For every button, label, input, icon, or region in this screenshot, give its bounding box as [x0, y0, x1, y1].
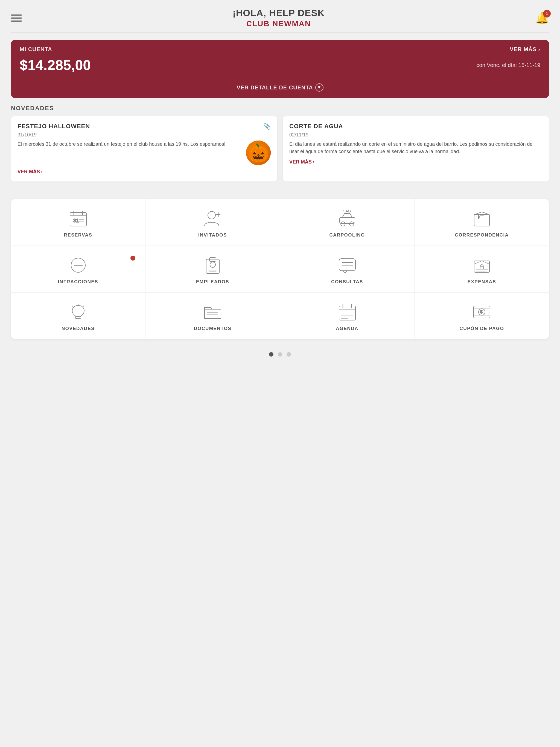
chevron-right-icon-news2: ›	[313, 159, 314, 165]
calendar2-icon	[336, 302, 358, 321]
chevron-right-icon: ›	[538, 46, 540, 52]
svg-rect-37	[75, 316, 81, 318]
news-date-1: 02/11/19	[289, 132, 542, 138]
svg-point-12	[341, 222, 345, 226]
lightbulb-icon	[67, 302, 89, 321]
minus-circle-icon	[67, 256, 89, 275]
bill-dollar-icon: $	[471, 302, 493, 321]
account-card: MI CUENTA VER MÁS › $14.285,00 con Venc.…	[11, 40, 549, 98]
news-text-0: El miercoles 31 de octubre se realizará …	[18, 140, 242, 148]
grid-item-empleados[interactable]: EMPLEADOS	[146, 246, 280, 292]
svg-rect-21	[480, 216, 484, 218]
account-label: MI CUENTA	[20, 46, 52, 52]
notification-bell[interactable]: 🔔 1	[535, 11, 549, 24]
grid-item-reservas[interactable]: 31 RESERVAS	[11, 199, 146, 246]
clip-icon: 📎	[263, 123, 271, 130]
grid-label-cupon: CUPÓN DE PAGO	[460, 326, 504, 331]
pagination	[0, 348, 560, 365]
grid-label-novedades: NOVEDADES	[61, 326, 95, 331]
carpooling-icon	[336, 209, 358, 228]
news-title-1: CORTE DE AGUA	[289, 123, 542, 130]
svg-line-40	[72, 306, 73, 307]
grid-label-consultas: CONSULTAS	[331, 279, 363, 285]
notification-badge: 1	[543, 10, 551, 18]
chevron-down-icon: ▼	[315, 83, 324, 92]
grid-item-infracciones[interactable]: INFRACCIONES	[11, 246, 146, 292]
news-card-halloween: 📎 FESTEJO HALLOWEEN 31/10/19 El miercole…	[11, 116, 277, 181]
account-amount: $14.285,00	[20, 57, 91, 73]
chevron-right-icon-news: ›	[41, 169, 43, 175]
grid-item-correspondencia[interactable]: CORRESPONDENCIA	[414, 199, 549, 246]
svg-text:$: $	[480, 310, 483, 314]
badge-icon	[202, 256, 224, 275]
news-body-0: El miercoles 31 de octubre se realizará …	[18, 140, 271, 165]
svg-text:31: 31	[73, 218, 79, 223]
account-ver-mas-link[interactable]: VER MÁS ›	[510, 46, 540, 52]
account-card-body: $14.285,00 con Venc. el día: 15-11-19	[20, 57, 540, 73]
grid-label-carpooling: CARPOOLING	[329, 232, 365, 238]
grid-label-documentos: DOCUMENTOS	[194, 326, 231, 331]
person-plus-icon	[202, 209, 224, 228]
header: ¡HOLA, HELP DESK CLUB NEWMAN 🔔 1	[0, 0, 560, 32]
svg-rect-33	[474, 261, 489, 272]
grid-menu-container: 31 RESERVAS INVITADOS	[11, 199, 549, 339]
news-card-agua: CORTE DE AGUA 02/11/19 El día lunes se e…	[283, 116, 549, 181]
svg-point-8	[208, 211, 215, 219]
svg-rect-29	[339, 259, 355, 271]
grid-label-empleados: EMPLEADOS	[196, 279, 229, 285]
menu-button[interactable]	[11, 15, 22, 22]
novedades-section-title: NOVEDADES	[11, 105, 549, 112]
header-center: ¡HOLA, HELP DESK CLUB NEWMAN	[22, 8, 535, 28]
grid-item-novedades[interactable]: NOVEDADES	[11, 292, 146, 339]
svg-point-26	[210, 262, 215, 267]
grid-label-invitados: INVITADOS	[198, 232, 227, 238]
svg-rect-11	[339, 217, 355, 223]
pagination-dot-1[interactable]	[278, 352, 282, 357]
news-text-1: El día lunes se estará realizando un cor…	[289, 140, 542, 155]
infracciones-badge	[130, 256, 135, 261]
svg-point-13	[350, 222, 354, 226]
pagination-dot-2[interactable]	[286, 352, 291, 357]
calendar-icon: 31	[67, 209, 89, 228]
chat-icon	[336, 256, 358, 275]
svg-rect-17	[474, 215, 489, 226]
grid-item-invitados[interactable]: INVITADOS	[146, 199, 280, 246]
news-image-0	[246, 140, 271, 165]
grid-label-reservas: RESERVAS	[64, 232, 93, 238]
pumpkin-image	[246, 140, 271, 165]
news-ver-mas-1[interactable]: VER MÁS ›	[289, 159, 542, 165]
grid-item-cupon[interactable]: $ CUPÓN DE PAGO	[414, 292, 549, 339]
grid-label-agenda: AGENDA	[336, 326, 358, 331]
account-card-header: MI CUENTA VER MÁS ›	[20, 46, 540, 52]
header-divider	[11, 32, 549, 33]
grid-label-correspondencia: CORRESPONDENCIA	[455, 232, 509, 238]
svg-rect-34	[480, 266, 483, 269]
grid-item-agenda[interactable]: AGENDA	[280, 292, 414, 339]
account-card-footer[interactable]: VER DETALLE DE CUENTA ▼	[20, 79, 540, 92]
grid-item-documentos[interactable]: DOCUMENTOS	[146, 292, 280, 339]
news-container: 📎 FESTEJO HALLOWEEN 31/10/19 El miercole…	[11, 116, 549, 181]
bill-house-icon	[471, 256, 493, 275]
grid-menu: 31 RESERVAS INVITADOS	[11, 199, 549, 339]
grid-item-carpooling[interactable]: CARPOOLING	[280, 199, 414, 246]
pagination-dot-0[interactable]	[269, 352, 274, 357]
box-icon	[471, 209, 493, 228]
grid-item-expensas[interactable]: EXPENSAS	[414, 246, 549, 292]
folder-icon	[202, 302, 224, 321]
news-body-1: El día lunes se estará realizando un cor…	[289, 140, 542, 155]
greeting-text: ¡HOLA, HELP DESK	[22, 8, 535, 18]
detalle-label: VER DETALLE DE CUENTA	[236, 84, 313, 91]
svg-line-41	[83, 306, 84, 307]
ver-mas-text: VER MÁS	[510, 46, 536, 52]
grid-item-consultas[interactable]: CONSULTAS	[280, 246, 414, 292]
news-ver-mas-0[interactable]: VER MÁS ›	[18, 169, 271, 175]
news-title-0: FESTEJO HALLOWEEN	[18, 123, 271, 130]
grid-label-expensas: EXPENSAS	[467, 279, 496, 285]
news-date-0: 31/10/19	[18, 132, 271, 138]
grid-label-infracciones: INFRACCIONES	[58, 279, 98, 285]
ver-detalle-button[interactable]: VER DETALLE DE CUENTA ▼	[20, 83, 540, 92]
account-due-date: con Venc. el día: 15-11-19	[477, 62, 541, 68]
main-divider	[11, 190, 549, 190]
club-name: CLUB NEWMAN	[22, 19, 535, 28]
